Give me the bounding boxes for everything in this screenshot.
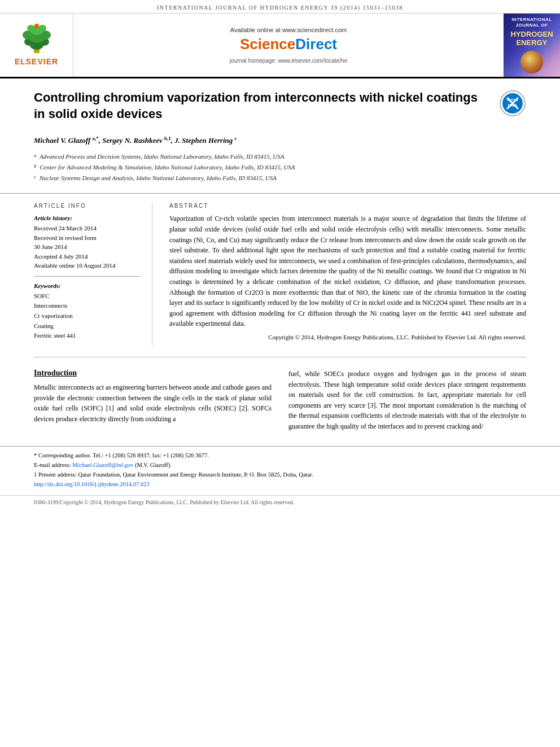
keyword-interconnects: Interconnects <box>34 301 141 311</box>
available-date: Available online 10 August 2014 <box>34 261 141 270</box>
abstract-label: Abstract <box>169 203 526 209</box>
history-label: Article history: <box>34 215 141 221</box>
copyright-text: Copyright © 2014, Hydrogen Energy Public… <box>169 333 526 342</box>
affil-c: c Nuclear Systems Design and Analysis, I… <box>34 173 526 184</box>
affiliations: a Advanced Process and Decision Systems,… <box>34 151 526 183</box>
crossmark-badge[interactable]: Cross Mark <box>499 90 526 119</box>
journal-homepage-text: journal homepage: www.elsevier.com/locat… <box>230 58 347 64</box>
footer-text: 0360-3199/Copyright © 2014, Hydrogen Ene… <box>34 499 294 505</box>
publisher-header: ELSEVIER Available online at www.science… <box>0 14 560 78</box>
footnotes-section: * Corresponding author. Tel.: +1 (208) 5… <box>0 446 560 491</box>
keyword-cr-vaporization: Cr vaporization <box>34 311 141 321</box>
intro-text-right: fuel, while SOECs produce oxygen and hyd… <box>288 369 526 432</box>
abstract-text: Vaporization of Cr-rich volatile species… <box>169 213 526 342</box>
center-header: Available online at www.sciencedirect.co… <box>73 14 504 77</box>
authors-line: Michael V. Glazoff a,*, Sergey N. Rashke… <box>34 134 526 147</box>
article-info-column: Article Info Article history: Received 2… <box>34 203 152 346</box>
keyword-sofc: SOFC <box>34 291 141 302</box>
keywords-label: Keywords: <box>34 282 141 289</box>
authors-section: Michael V. Glazoff a,*, Sergey N. Rashke… <box>0 128 560 189</box>
science-part: Science <box>240 36 295 53</box>
abstract-column: Abstract Vaporization of Cr-rich volatil… <box>169 203 526 346</box>
footnote-corresponding: * Corresponding author. Tel.: +1 (208) 5… <box>34 451 526 461</box>
body-section: Introduction Metallic interconnects act … <box>0 363 560 441</box>
article-title-section: Controlling chromium vaporization from i… <box>0 78 560 128</box>
keyword-ferritic-steel: Ferritic steel 441 <box>34 331 141 341</box>
body-right-column: fuel, while SOECs produce oxygen and hyd… <box>288 369 526 435</box>
doi-link[interactable]: http://dx.doi.org/10.1016/j.ijhydene.201… <box>34 481 150 487</box>
received-revised-label: Received in revised form <box>34 233 141 243</box>
journal-header-text: International Journal of Hydrogen Energy… <box>157 5 403 11</box>
elsevier-logo: ELSEVIER <box>0 14 73 77</box>
direct-part: Direct <box>295 36 337 53</box>
accepted-date: Accepted 4 July 2014 <box>34 252 141 261</box>
available-online-text: Available online at www.sciencedirect.co… <box>230 27 347 33</box>
svg-point-8 <box>27 25 35 32</box>
keyword-coating: Coating <box>34 321 141 331</box>
body-left-column: Introduction Metallic interconnects act … <box>34 369 272 435</box>
section-divider <box>34 357 526 357</box>
elsevier-tree-icon <box>17 24 56 55</box>
elsevier-brand-text: ELSEVIER <box>15 57 58 66</box>
affil-b: b Center for Advanced Modeling & Simulat… <box>34 162 526 173</box>
journal-cover-graphic <box>520 51 543 73</box>
intro-section-title: Introduction <box>34 369 272 378</box>
received-date: Received 24 March 2014 <box>34 224 141 233</box>
affil-a: a Advanced Process and Decision Systems,… <box>34 151 526 162</box>
svg-point-9 <box>38 25 46 32</box>
article-title: Controlling chromium vaporization from i… <box>34 90 488 122</box>
footnote-email: E-mail address: Michael.Glazoff@inl.gov … <box>34 461 526 470</box>
footnote-doi: http://dx.doi.org/10.1016/j.ijhydene.201… <box>34 480 526 490</box>
journal-cover-image: International Journal of HYDROGEN ENERGY <box>504 14 560 77</box>
info-divider <box>34 276 141 277</box>
footnote-present: 1 Present address: Qatar Foundation, Qat… <box>34 470 526 480</box>
journal-cover-title-line2: HYDROGEN ENERGY <box>510 30 553 47</box>
revised-date: 30 June 2014 <box>34 242 141 252</box>
footer-bar: 0360-3199/Copyright © 2014, Hydrogen Ene… <box>0 495 560 509</box>
article-title-container: Controlling chromium vaporization from i… <box>34 90 488 122</box>
journal-header: International Journal of Hydrogen Energy… <box>0 0 560 14</box>
crossmark-icon: Cross Mark <box>499 90 526 117</box>
article-info-label: Article Info <box>34 203 141 209</box>
footnote-email-link[interactable]: Michael.Glazoff@inl.gov <box>72 462 133 468</box>
intro-text-left: Metallic interconnects act as engineerin… <box>34 382 272 424</box>
journal-cover-title-line1: International Journal of <box>507 17 557 29</box>
sciencedirect-logo: ScienceDirect <box>240 36 337 53</box>
info-abstract-section: Article Info Article history: Received 2… <box>0 193 560 351</box>
